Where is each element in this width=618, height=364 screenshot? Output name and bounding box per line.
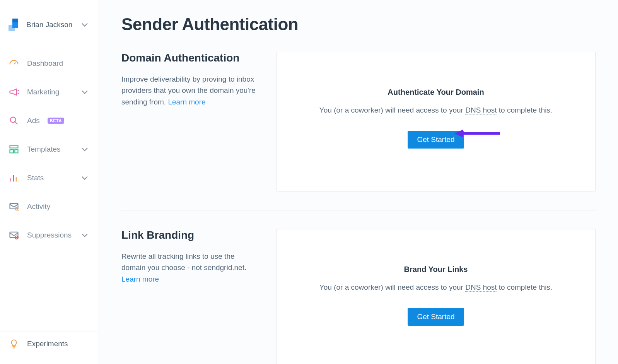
layout-icon <box>9 144 19 155</box>
section-body: Rewrite all tracking links to use the do… <box>121 251 261 285</box>
sidebar-item-ads[interactable]: Ads BETA <box>9 115 90 126</box>
svg-rect-6 <box>15 150 18 153</box>
section-body: Improve deliverability by proving to inb… <box>121 73 261 108</box>
sidebar-item-stats[interactable]: Stats <box>9 173 90 183</box>
card-title: Authenticate Your Domain <box>288 88 584 97</box>
section-heading: Link Branding <box>121 229 261 241</box>
card-domain-auth: Authenticate Your Domain You (or a cowor… <box>276 52 596 191</box>
card-link-branding: Brand Your Links You (or a coworker) wil… <box>276 229 596 364</box>
section-divider <box>121 210 596 210</box>
sidebar-item-label: Templates <box>27 145 61 154</box>
card-title: Brand Your Links <box>288 265 584 274</box>
svg-rect-4 <box>10 146 18 148</box>
nav: Dashboard Marketing Ads BETA T <box>0 58 99 241</box>
megaphone-icon <box>9 87 19 97</box>
sidebar-item-label: Activity <box>27 202 50 211</box>
account-switcher[interactable]: Brian Jackson <box>0 0 99 39</box>
dns-host-term: DNS host <box>465 106 497 114</box>
section-link-branding: Link Branding Rewrite all tracking links… <box>121 229 596 364</box>
sidebar-item-label: Stats <box>27 174 44 182</box>
chevron-down-icon <box>79 173 90 183</box>
svg-rect-5 <box>10 150 14 153</box>
sidebar-item-marketing[interactable]: Marketing <box>9 87 90 97</box>
page-title: Sender Authentication <box>121 15 596 34</box>
dns-host-term: DNS host <box>465 283 497 292</box>
learn-more-link[interactable]: Learn more <box>121 275 159 283</box>
lightbulb-icon <box>9 338 19 349</box>
sidebar-item-label: Ads <box>27 116 40 125</box>
card-body: You (or a coworker) will need access to … <box>288 283 584 292</box>
sidebar-item-experiments[interactable]: Experiments <box>0 332 99 355</box>
section-heading: Domain Authentication <box>121 52 261 64</box>
chevron-down-icon <box>79 230 90 241</box>
mail-search-icon <box>9 201 19 212</box>
main-content: Sender Authentication Domain Authenticat… <box>99 0 618 364</box>
card-body: You (or a coworker) will need access to … <box>288 106 584 114</box>
sidebar-item-label: Marketing <box>27 88 59 96</box>
chevron-down-icon <box>79 144 90 155</box>
cursor-click-icon <box>9 115 19 126</box>
sidebar-item-suppressions[interactable]: Suppressions <box>9 230 90 241</box>
beta-badge: BETA <box>48 118 64 124</box>
sidebar: Brian Jackson Dashboard Marketing <box>0 0 99 364</box>
sidebar-item-templates[interactable]: Templates <box>9 144 90 155</box>
get-started-button[interactable]: Get Started <box>408 131 464 149</box>
bar-chart-icon <box>9 173 19 183</box>
sidebar-item-dashboard[interactable]: Dashboard <box>9 58 90 69</box>
sidebar-item-activity[interactable]: Activity <box>9 201 90 212</box>
learn-more-link[interactable]: Learn more <box>168 98 205 106</box>
mail-block-icon <box>9 230 19 241</box>
sidebar-item-label: Suppressions <box>27 231 72 239</box>
gauge-icon <box>9 58 19 69</box>
get-started-button[interactable]: Get Started <box>408 308 464 326</box>
sidebar-item-label: Experiments <box>27 340 68 348</box>
user-name: Brian Jackson <box>26 21 72 29</box>
svg-rect-10 <box>10 203 18 209</box>
svg-rect-12 <box>10 232 18 238</box>
avatar <box>9 19 21 31</box>
chevron-down-icon <box>79 87 90 97</box>
sidebar-item-label: Dashboard <box>27 59 63 68</box>
section-domain-auth: Domain Authentication Improve deliverabi… <box>121 52 596 191</box>
svg-rect-2 <box>12 22 18 28</box>
chevron-down-icon <box>79 19 90 30</box>
